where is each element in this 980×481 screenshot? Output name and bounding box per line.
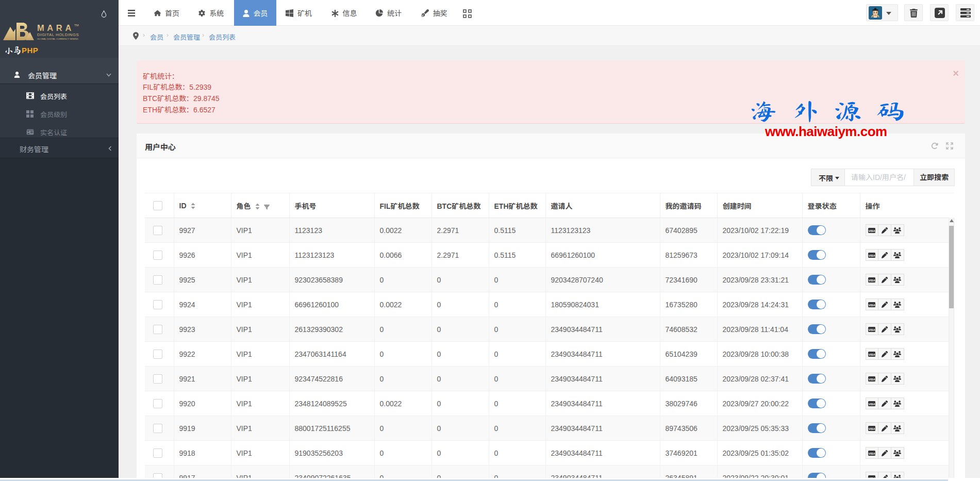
svg-text:VISA: VISA [868, 328, 875, 331]
svg-text:MARA: MARA [37, 23, 74, 32]
svg-text:GLOBAL DIGITAL CURRENCY MINING: GLOBAL DIGITAL CURRENCY MINING [37, 38, 78, 40]
svg-text:VISA: VISA [868, 353, 875, 356]
svg-text:TM: TM [74, 24, 79, 27]
svg-text:VISA: VISA [868, 427, 875, 430]
svg-text:VISA: VISA [868, 254, 875, 257]
svg-text:VISA: VISA [868, 452, 875, 455]
svg-text:VISA: VISA [868, 402, 875, 405]
svg-text:VISA: VISA [868, 229, 875, 232]
svg-text:VISA: VISA [868, 303, 875, 306]
svg-text:VISA: VISA [868, 377, 875, 380]
svg-text:DIGITAL HOLDINGS: DIGITAL HOLDINGS [37, 32, 79, 37]
svg-text:VISA: VISA [868, 278, 875, 281]
